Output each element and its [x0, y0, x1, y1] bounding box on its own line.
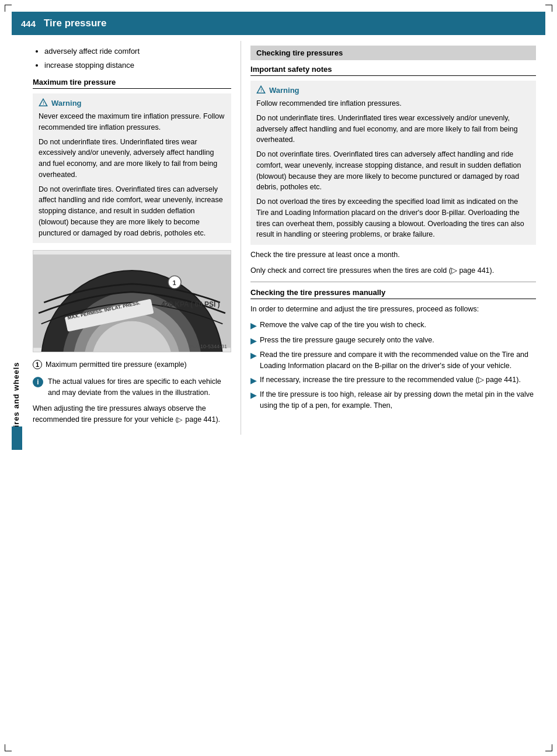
bullet-item-1: adversely affect ride comfort	[44, 46, 231, 57]
info-text: The actual values for tires are specific…	[48, 376, 231, 398]
figure-caption: 1 Maximum permitted tire pressure (examp…	[33, 359, 231, 370]
warning-box-1: ! Warning Never exceed the maximum tire …	[33, 93, 231, 243]
checking-heading: Checking tire pressures	[250, 46, 536, 60]
info-icon: i	[33, 377, 43, 387]
warning-triangle-icon-1: !	[39, 98, 48, 107]
arrow-3: ▶	[250, 350, 256, 362]
arrow-5: ▶	[250, 390, 256, 401]
page-title: Tire pressure	[44, 18, 106, 29]
manual-heading: Checking the tire pressures manually	[250, 288, 536, 299]
corner-mark-tr	[545, 5, 552, 12]
step-1: ▶ Remove the valve cap of the tire you w…	[250, 320, 536, 332]
divider-1	[250, 282, 536, 282]
steps-list: ▶ Remove the valve cap of the tire you w…	[250, 320, 536, 411]
warning1-para-3: Do not overinflate tires. Overinflated t…	[39, 184, 225, 239]
left-column: adversely affect ride comfort increase s…	[12, 41, 241, 435]
svg-text:420 KPA  ( 60 PSI ): 420 KPA ( 60 PSI )	[161, 300, 220, 308]
step-5: ▶ If the tire pressure is too high, rele…	[250, 389, 536, 411]
warning-title-1: ! Warning	[39, 98, 225, 107]
page-header: 444 Tire pressure	[12, 12, 545, 35]
svg-text:!: !	[260, 88, 262, 92]
step-2: ▶ Press the tire pressure gauge securely…	[250, 335, 536, 347]
left-page-ref-arrow: (▷	[176, 416, 184, 423]
step-4: ▶ If necessary, increase the tire pressu…	[250, 374, 536, 387]
left-page-ref: page 441	[185, 415, 215, 424]
image-credit: P40·10-5344-31	[189, 344, 227, 349]
intro-bullet-list: adversely affect ride comfort increase s…	[33, 46, 231, 71]
corner-mark-tl	[5, 5, 12, 12]
figure-number: 1	[33, 360, 42, 369]
important-safety-heading: Important safety notes	[250, 65, 536, 76]
corner-mark-br	[545, 744, 552, 751]
left-body-text: When adjusting the tire pressures always…	[33, 403, 231, 426]
step-3: ▶ Read the tire pressure and compare it …	[250, 349, 536, 372]
arrow-2: ▶	[250, 335, 256, 347]
bullet-item-2: increase stopping distance	[44, 60, 231, 71]
warning2-para-3: Do not overinflate tires. Overinflated t…	[256, 149, 530, 193]
warning-triangle-icon-2: !	[256, 85, 266, 95]
arrow-4: ▶	[250, 375, 256, 387]
warning1-para-2: Do not underinflate tires. Underinflated…	[39, 137, 225, 181]
warning2-para-4: Do not overload the tires by exceeding t…	[256, 196, 530, 240]
step4-ref: page 441	[486, 376, 516, 384]
info-box: i The actual values for tires are specif…	[33, 376, 231, 398]
right-column: Checking tire pressures Important safety…	[241, 41, 545, 435]
warning1-para-1: Never exceed the maximum tire inflation …	[39, 111, 225, 133]
tire-image: MAX. PERMISS. INFLAT. PRESS. 420 KPA ( 6…	[33, 250, 231, 352]
warning2-para-2: Do not underinflate tires. Underinflated…	[256, 113, 530, 145]
right-page-ref1: page 441	[459, 266, 489, 275]
max-pressure-heading: Maximum tire pressure	[33, 78, 231, 89]
warning-title-2: ! Warning	[256, 85, 530, 95]
right-body2: Only check and correct tire pressures wh…	[250, 265, 536, 276]
right-body1: Check the tire pressure at least once a …	[250, 249, 536, 261]
svg-text:!: !	[43, 101, 44, 105]
page-number: 444	[21, 19, 36, 29]
tire-illustration: MAX. PERMISS. INFLAT. PRESS. 420 KPA ( 6…	[33, 251, 231, 352]
sidebar-blue-block	[12, 426, 22, 450]
warning2-para-1: Follow recommended tire inflation pressu…	[256, 98, 530, 109]
svg-text:1: 1	[172, 279, 176, 286]
manual-intro: In order to determine and adjust the tir…	[250, 304, 536, 315]
arrow-1: ▶	[250, 320, 256, 332]
warning-box-2: ! Warning Follow recommended tire inflat…	[250, 81, 536, 245]
figure-caption-text: Maximum permitted tire pressure (example…	[46, 359, 187, 370]
corner-mark-bl	[5, 744, 12, 751]
